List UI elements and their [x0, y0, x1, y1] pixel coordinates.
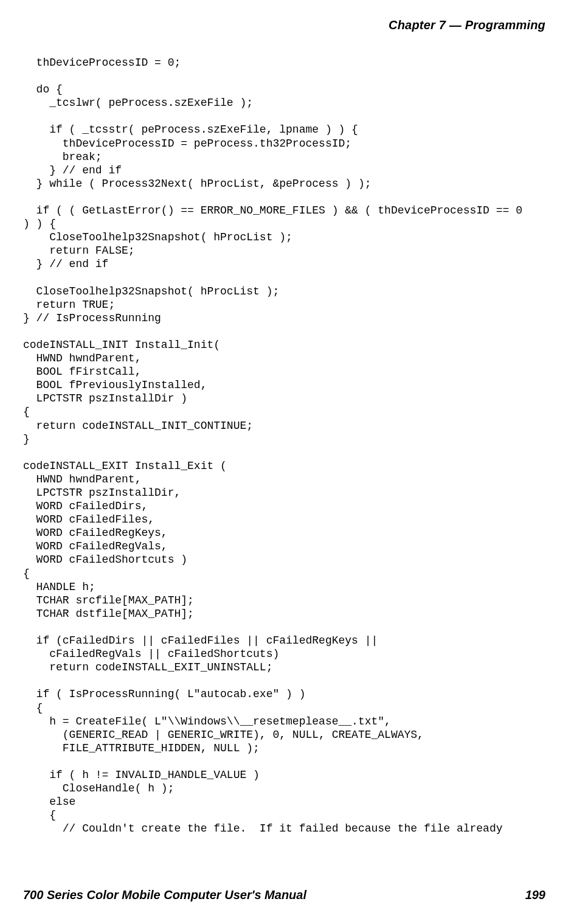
code-line: } // end if: [23, 258, 108, 270]
code-line: return FALSE;: [23, 245, 135, 257]
code-line: (GENERIC_READ | GENERIC_WRITE), 0, NULL,…: [23, 729, 424, 741]
code-line: } // IsProcessRunning: [23, 312, 161, 324]
code-line: CloseHandle( h );: [23, 782, 174, 794]
code-line: else: [23, 796, 75, 808]
code-line: if (cFailedDirs || cFailedFiles || cFail…: [23, 634, 378, 647]
code-line: FILE_ATTRIBUTE_HIDDEN, NULL );: [23, 742, 260, 754]
footer-title: 700 Series Color Mobile Computer User's …: [23, 888, 306, 901]
code-line: thDeviceProcessID = 0;: [23, 57, 181, 69]
code-line: CloseToolhelp32Snapshot( hProcList );: [23, 285, 279, 297]
code-line: return codeINSTALL_EXIT_UNINSTALL;: [23, 661, 272, 673]
code-line: thDeviceProcessID = peProcess.th32Proces…: [23, 137, 351, 150]
code-line: TCHAR dstfile[MAX_PATH];: [23, 608, 194, 620]
page-footer: 700 Series Color Mobile Computer User's …: [23, 888, 545, 902]
code-line: if ( ( GetLastError() == ERROR_NO_MORE_F…: [23, 204, 522, 217]
code-line: ) ) {: [23, 218, 56, 230]
code-line: HWND hwndParent,: [23, 473, 141, 485]
code-line: HWND hwndParent,: [23, 352, 141, 364]
code-line: break;: [23, 151, 102, 163]
code-line: }: [23, 433, 30, 445]
code-line: WORD cFailedFiles,: [23, 513, 154, 526]
code-line: {: [23, 568, 30, 580]
code-line: return codeINSTALL_INIT_CONTINUE;: [23, 420, 253, 432]
code-line: // Couldn't create the file. If it faile…: [23, 822, 503, 835]
code-line: {: [23, 406, 30, 418]
code-line: codeINSTALL_EXIT Install_Exit (: [23, 460, 227, 472]
page-number: 199: [525, 888, 545, 902]
code-line: do {: [23, 83, 63, 96]
code-line: BOOL fPreviouslyInstalled,: [23, 379, 207, 391]
code-line: {: [23, 809, 56, 821]
code-line: codeINSTALL_INIT Install_Init(: [23, 339, 220, 351]
code-block: thDeviceProcessID = 0; do { _tcslwr( peP…: [23, 56, 565, 835]
page-header-right: Chapter 7 — Programming: [389, 18, 545, 32]
code-line: {: [23, 702, 43, 714]
code-line: cFailedRegVals || cFailedShortcuts): [23, 648, 279, 660]
code-line: LPCTSTR pszInstallDir,: [23, 487, 181, 499]
code-line: WORD cFailedShortcuts ): [23, 554, 187, 566]
code-line: _tcslwr( peProcess.szExeFile );: [23, 97, 253, 109]
code-line: TCHAR srcfile[MAX_PATH];: [23, 594, 194, 606]
code-line: if ( h != INVALID_HANDLE_VALUE ): [23, 769, 260, 781]
code-line: WORD cFailedRegVals,: [23, 540, 168, 552]
code-line: return TRUE;: [23, 299, 115, 311]
code-line: WORD cFailedRegKeys,: [23, 527, 168, 539]
code-line: if ( _tcsstr( peProcess.szExeFile, lpnam…: [23, 123, 358, 136]
code-line: CloseToolhelp32Snapshot( hProcList );: [23, 231, 292, 243]
code-line: h = CreateFile( L"\\Windows\\__resetmepl…: [23, 715, 391, 728]
code-line: WORD cFailedDirs,: [23, 500, 148, 512]
code-line: LPCTSTR pszInstallDir ): [23, 392, 187, 405]
code-line: if ( IsProcessRunning( L"autocab.exe" ) …: [23, 688, 305, 700]
code-line: } // end if: [23, 164, 122, 176]
code-line: HANDLE h;: [23, 581, 95, 593]
code-line: } while ( Process32Next( hProcList, &peP…: [23, 178, 372, 190]
code-line: BOOL fFirstCall,: [23, 366, 141, 378]
